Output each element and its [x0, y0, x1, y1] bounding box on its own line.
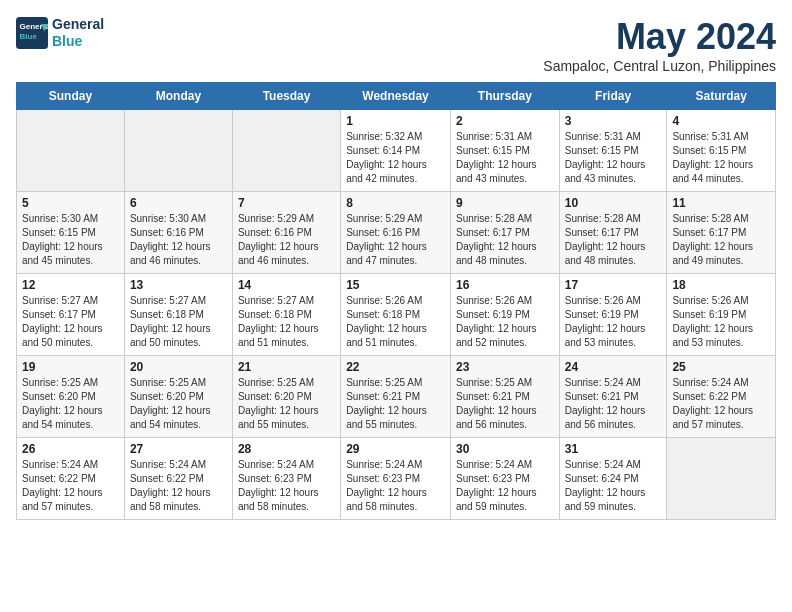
location-subtitle: Sampaloc, Central Luzon, Philippines [543, 58, 776, 74]
title-area: May 2024 Sampaloc, Central Luzon, Philip… [543, 16, 776, 74]
weekday-header-monday: Monday [124, 83, 232, 110]
weekday-header-tuesday: Tuesday [232, 83, 340, 110]
day-number: 9 [456, 196, 554, 210]
calendar-cell: 17Sunrise: 5:26 AM Sunset: 6:19 PM Dayli… [559, 274, 667, 356]
calendar-cell: 28Sunrise: 5:24 AM Sunset: 6:23 PM Dayli… [232, 438, 340, 520]
logo-text: General [52, 16, 104, 33]
calendar-cell [667, 438, 776, 520]
calendar-cell: 9Sunrise: 5:28 AM Sunset: 6:17 PM Daylig… [450, 192, 559, 274]
calendar-cell: 1Sunrise: 5:32 AM Sunset: 6:14 PM Daylig… [341, 110, 451, 192]
day-number: 10 [565, 196, 662, 210]
day-number: 12 [22, 278, 119, 292]
calendar-cell: 23Sunrise: 5:25 AM Sunset: 6:21 PM Dayli… [450, 356, 559, 438]
calendar-cell: 11Sunrise: 5:28 AM Sunset: 6:17 PM Dayli… [667, 192, 776, 274]
calendar-cell: 30Sunrise: 5:24 AM Sunset: 6:23 PM Dayli… [450, 438, 559, 520]
cell-info: Sunrise: 5:24 AM Sunset: 6:21 PM Dayligh… [565, 376, 662, 432]
day-number: 7 [238, 196, 335, 210]
day-number: 17 [565, 278, 662, 292]
day-number: 28 [238, 442, 335, 456]
calendar-cell: 24Sunrise: 5:24 AM Sunset: 6:21 PM Dayli… [559, 356, 667, 438]
day-number: 19 [22, 360, 119, 374]
cell-info: Sunrise: 5:27 AM Sunset: 6:17 PM Dayligh… [22, 294, 119, 350]
day-number: 30 [456, 442, 554, 456]
logo: General Blue General Blue [16, 16, 104, 50]
calendar-cell: 19Sunrise: 5:25 AM Sunset: 6:20 PM Dayli… [17, 356, 125, 438]
logo-icon: General Blue [16, 17, 48, 49]
cell-info: Sunrise: 5:24 AM Sunset: 6:22 PM Dayligh… [22, 458, 119, 514]
calendar-week-row: 26Sunrise: 5:24 AM Sunset: 6:22 PM Dayli… [17, 438, 776, 520]
day-number: 5 [22, 196, 119, 210]
cell-info: Sunrise: 5:31 AM Sunset: 6:15 PM Dayligh… [672, 130, 770, 186]
day-number: 11 [672, 196, 770, 210]
calendar-cell: 27Sunrise: 5:24 AM Sunset: 6:22 PM Dayli… [124, 438, 232, 520]
calendar-cell: 21Sunrise: 5:25 AM Sunset: 6:20 PM Dayli… [232, 356, 340, 438]
cell-info: Sunrise: 5:26 AM Sunset: 6:19 PM Dayligh… [456, 294, 554, 350]
cell-info: Sunrise: 5:26 AM Sunset: 6:19 PM Dayligh… [672, 294, 770, 350]
calendar-cell: 22Sunrise: 5:25 AM Sunset: 6:21 PM Dayli… [341, 356, 451, 438]
calendar-cell: 14Sunrise: 5:27 AM Sunset: 6:18 PM Dayli… [232, 274, 340, 356]
cell-info: Sunrise: 5:24 AM Sunset: 6:23 PM Dayligh… [238, 458, 335, 514]
calendar-cell: 29Sunrise: 5:24 AM Sunset: 6:23 PM Dayli… [341, 438, 451, 520]
weekday-header-sunday: Sunday [17, 83, 125, 110]
calendar-cell: 5Sunrise: 5:30 AM Sunset: 6:15 PM Daylig… [17, 192, 125, 274]
day-number: 1 [346, 114, 445, 128]
day-number: 23 [456, 360, 554, 374]
calendar-header-row: SundayMondayTuesdayWednesdayThursdayFrid… [17, 83, 776, 110]
calendar-cell: 4Sunrise: 5:31 AM Sunset: 6:15 PM Daylig… [667, 110, 776, 192]
calendar-week-row: 19Sunrise: 5:25 AM Sunset: 6:20 PM Dayli… [17, 356, 776, 438]
calendar-cell: 3Sunrise: 5:31 AM Sunset: 6:15 PM Daylig… [559, 110, 667, 192]
day-number: 6 [130, 196, 227, 210]
day-number: 26 [22, 442, 119, 456]
calendar-week-row: 1Sunrise: 5:32 AM Sunset: 6:14 PM Daylig… [17, 110, 776, 192]
day-number: 14 [238, 278, 335, 292]
calendar-cell [124, 110, 232, 192]
calendar-cell [17, 110, 125, 192]
logo-subtext: Blue [52, 33, 104, 50]
day-number: 2 [456, 114, 554, 128]
calendar-cell: 12Sunrise: 5:27 AM Sunset: 6:17 PM Dayli… [17, 274, 125, 356]
cell-info: Sunrise: 5:25 AM Sunset: 6:21 PM Dayligh… [456, 376, 554, 432]
calendar-cell: 6Sunrise: 5:30 AM Sunset: 6:16 PM Daylig… [124, 192, 232, 274]
calendar-cell: 2Sunrise: 5:31 AM Sunset: 6:15 PM Daylig… [450, 110, 559, 192]
day-number: 18 [672, 278, 770, 292]
day-number: 20 [130, 360, 227, 374]
cell-info: Sunrise: 5:30 AM Sunset: 6:16 PM Dayligh… [130, 212, 227, 268]
day-number: 25 [672, 360, 770, 374]
calendar-week-row: 5Sunrise: 5:30 AM Sunset: 6:15 PM Daylig… [17, 192, 776, 274]
cell-info: Sunrise: 5:28 AM Sunset: 6:17 PM Dayligh… [672, 212, 770, 268]
cell-info: Sunrise: 5:28 AM Sunset: 6:17 PM Dayligh… [456, 212, 554, 268]
cell-info: Sunrise: 5:28 AM Sunset: 6:17 PM Dayligh… [565, 212, 662, 268]
cell-info: Sunrise: 5:26 AM Sunset: 6:18 PM Dayligh… [346, 294, 445, 350]
calendar-cell: 18Sunrise: 5:26 AM Sunset: 6:19 PM Dayli… [667, 274, 776, 356]
calendar-cell: 8Sunrise: 5:29 AM Sunset: 6:16 PM Daylig… [341, 192, 451, 274]
month-title: May 2024 [543, 16, 776, 58]
calendar-cell: 16Sunrise: 5:26 AM Sunset: 6:19 PM Dayli… [450, 274, 559, 356]
cell-info: Sunrise: 5:24 AM Sunset: 6:24 PM Dayligh… [565, 458, 662, 514]
cell-info: Sunrise: 5:26 AM Sunset: 6:19 PM Dayligh… [565, 294, 662, 350]
calendar-cell: 26Sunrise: 5:24 AM Sunset: 6:22 PM Dayli… [17, 438, 125, 520]
cell-info: Sunrise: 5:31 AM Sunset: 6:15 PM Dayligh… [565, 130, 662, 186]
cell-info: Sunrise: 5:29 AM Sunset: 6:16 PM Dayligh… [346, 212, 445, 268]
weekday-header-thursday: Thursday [450, 83, 559, 110]
cell-info: Sunrise: 5:24 AM Sunset: 6:22 PM Dayligh… [130, 458, 227, 514]
cell-info: Sunrise: 5:24 AM Sunset: 6:22 PM Dayligh… [672, 376, 770, 432]
calendar-cell: 25Sunrise: 5:24 AM Sunset: 6:22 PM Dayli… [667, 356, 776, 438]
day-number: 3 [565, 114, 662, 128]
calendar-week-row: 12Sunrise: 5:27 AM Sunset: 6:17 PM Dayli… [17, 274, 776, 356]
calendar-table: SundayMondayTuesdayWednesdayThursdayFrid… [16, 82, 776, 520]
day-number: 21 [238, 360, 335, 374]
calendar-cell: 15Sunrise: 5:26 AM Sunset: 6:18 PM Dayli… [341, 274, 451, 356]
day-number: 4 [672, 114, 770, 128]
cell-info: Sunrise: 5:24 AM Sunset: 6:23 PM Dayligh… [346, 458, 445, 514]
calendar-cell [232, 110, 340, 192]
cell-info: Sunrise: 5:25 AM Sunset: 6:20 PM Dayligh… [130, 376, 227, 432]
weekday-header-saturday: Saturday [667, 83, 776, 110]
cell-info: Sunrise: 5:27 AM Sunset: 6:18 PM Dayligh… [238, 294, 335, 350]
day-number: 13 [130, 278, 227, 292]
calendar-cell: 7Sunrise: 5:29 AM Sunset: 6:16 PM Daylig… [232, 192, 340, 274]
page-header: General Blue General Blue May 2024 Sampa… [16, 16, 776, 74]
cell-info: Sunrise: 5:24 AM Sunset: 6:23 PM Dayligh… [456, 458, 554, 514]
day-number: 15 [346, 278, 445, 292]
calendar-cell: 20Sunrise: 5:25 AM Sunset: 6:20 PM Dayli… [124, 356, 232, 438]
cell-info: Sunrise: 5:29 AM Sunset: 6:16 PM Dayligh… [238, 212, 335, 268]
